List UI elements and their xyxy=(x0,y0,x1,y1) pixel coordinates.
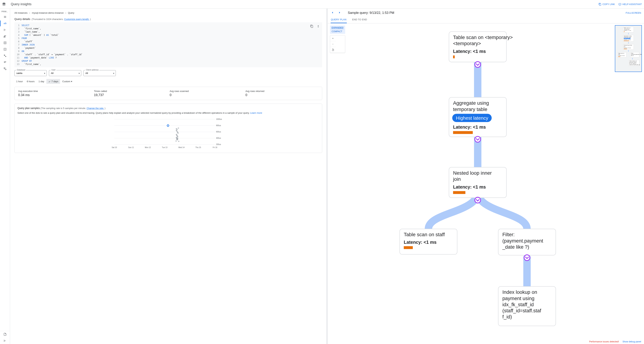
svg-point-28 xyxy=(178,133,179,134)
copy-sql-icon[interactable] xyxy=(309,23,315,29)
chevron-right-icon: › xyxy=(29,12,30,14)
customize-query-length-link[interactable]: Customize query length. xyxy=(64,18,89,21)
sidebar-item-databases[interactable] xyxy=(0,40,10,46)
svg-text:join: join xyxy=(453,176,460,182)
zoom-reset-button[interactable] xyxy=(330,47,336,53)
client-address-select[interactable]: Client address All ▾ xyxy=(84,70,116,76)
compact-toggle[interactable]: COMPACT xyxy=(331,30,344,33)
svg-text:Aggregate using: Aggregate using xyxy=(453,100,489,106)
help-assistant-label: HELP ASSISTANT xyxy=(622,3,642,6)
collapse-sql-icon[interactable] xyxy=(315,23,321,29)
svg-text:(payment.payment: (payment.payment xyxy=(502,238,543,244)
time-range-custom[interactable]: Custom ▾ xyxy=(60,79,74,84)
sidebar-item-settings[interactable] xyxy=(0,66,10,72)
change-rate-link[interactable]: Change the rate. xyxy=(87,107,104,110)
sidebar-item-backups[interactable] xyxy=(0,46,10,53)
breadcrumb: All instances › mysql-instance-demo-inst… xyxy=(14,12,322,14)
svg-rect-50 xyxy=(453,55,454,58)
sidebar-item-operations[interactable] xyxy=(0,59,10,66)
zoom-out-button[interactable]: － xyxy=(330,41,336,47)
svg-text:temporary table: temporary table xyxy=(453,107,487,112)
stats-box: Avg execution time0.34 ms Times called19… xyxy=(14,87,322,100)
svg-text:Latency: <1 ms: Latency: <1 ms xyxy=(404,240,436,245)
svg-text:f_id): f_id) xyxy=(502,314,512,319)
svg-rect-58 xyxy=(453,131,473,134)
sidebar: PRIM... xyxy=(0,9,10,344)
svg-text:Table scan on staff: Table scan on staff xyxy=(404,232,444,237)
learn-more-link[interactable]: Learn more xyxy=(250,112,262,114)
svg-point-33 xyxy=(177,136,178,138)
prev-sample-button[interactable] xyxy=(331,11,334,15)
time-range-1day[interactable]: 1 day xyxy=(37,79,46,84)
query-plan-canvas[interactable]: EXPANDED COMPACT ＋ － xyxy=(328,23,644,344)
database-select[interactable]: Database sakila ▾ xyxy=(14,70,47,76)
product-logo-icon[interactable] xyxy=(2,2,6,7)
plan-node-table-scan-temp[interactable]: Table scan on <temporary> xyxy=(453,35,512,40)
page-title: Query insights xyxy=(11,2,598,6)
stat-exec-value: 0.34 ms xyxy=(18,93,91,97)
svg-point-51 xyxy=(475,62,480,67)
svg-text:200us: 200us xyxy=(216,143,221,145)
svg-text:Latency: <1 ms: Latency: <1 ms xyxy=(453,49,486,54)
sample-query-title: Sample query: 9/13/22, 1:53 PM xyxy=(348,11,626,15)
show-debug-panel-link[interactable]: Show debug panel xyxy=(622,340,641,343)
sidebar-item-insights[interactable] xyxy=(0,20,10,27)
tab-end-to-end[interactable]: END TO END xyxy=(352,16,368,23)
zoom-in-button[interactable]: ＋ xyxy=(330,36,336,41)
svg-point-43 xyxy=(178,128,179,129)
time-range-6hours[interactable]: 6 hours xyxy=(25,79,36,84)
svg-rect-1 xyxy=(619,3,621,5)
right-pane: Sample query: 9/13/22, 1:53 PM FULLSCREE… xyxy=(328,9,644,344)
time-range-1hour[interactable]: 1 hour xyxy=(14,79,25,84)
next-sample-button[interactable] xyxy=(338,11,342,15)
svg-text:1000us: 1000us xyxy=(216,118,222,120)
copy-link-button[interactable]: COPY LINK xyxy=(598,3,615,6)
svg-point-44 xyxy=(178,141,180,142)
tab-query-plan[interactable]: QUERY PLAN xyxy=(331,16,347,23)
svg-point-46 xyxy=(167,125,169,127)
sidebar-item-release-notes[interactable] xyxy=(0,331,10,337)
truncated-note: (Truncated to 1024 characters. xyxy=(32,18,64,21)
svg-text:Thu 15: Thu 15 xyxy=(196,146,201,148)
svg-text:_date like ?): _date like ?) xyxy=(502,244,529,250)
samples-scatter-chart[interactable]: 200us400us600us800us1000usSat 10Sun 11Mo… xyxy=(18,118,319,150)
help-assistant-button[interactable]: HELP ASSISTANT xyxy=(618,3,642,6)
stat-scanned-label: Avg rows scanned xyxy=(170,90,242,93)
sidebar-item-overview[interactable] xyxy=(0,14,10,20)
sidebar-item-connections[interactable] xyxy=(0,27,10,33)
fullscreen-button[interactable]: FULLSCREEN xyxy=(626,12,641,14)
chevron-down-icon: ▾ xyxy=(71,80,72,83)
svg-text:800us: 800us xyxy=(216,125,221,127)
sidebar-item-users[interactable] xyxy=(0,33,10,40)
user-select[interactable]: User All ▾ xyxy=(49,70,81,76)
svg-text:payment using: payment using xyxy=(502,296,534,301)
svg-text:Tue 13: Tue 13 xyxy=(162,146,168,148)
svg-text:idx_fk_staff_id: idx_fk_staff_id xyxy=(502,302,534,307)
svg-text:Highest latency: Highest latency xyxy=(456,115,488,121)
svg-text:<temporary>: <temporary> xyxy=(453,41,481,46)
samples-title: Query plan samples xyxy=(18,107,40,110)
svg-text:Latency: <1 ms: Latency: <1 ms xyxy=(453,184,486,189)
svg-text:Sat 10: Sat 10 xyxy=(112,146,117,148)
svg-rect-64 xyxy=(453,191,465,194)
copy-link-label: COPY LINK xyxy=(602,3,615,6)
svg-text:Latency: <1 ms: Latency: <1 ms xyxy=(453,125,486,130)
expanded-toggle[interactable]: EXPANDED xyxy=(331,26,344,30)
stat-calls-label: Times called xyxy=(94,90,167,93)
breadcrumb-instance[interactable]: mysql-instance-demo-instance xyxy=(32,12,64,14)
debug-footer: Performance issues detected! Show debug … xyxy=(589,339,641,344)
svg-text:600us: 600us xyxy=(216,131,221,133)
svg-text:Sun 11: Sun 11 xyxy=(128,146,134,148)
svg-text:Fri 16: Fri 16 xyxy=(213,146,217,148)
time-range-7days[interactable]: 7 days xyxy=(46,79,60,84)
breadcrumb-all-instances[interactable]: All instances xyxy=(14,12,28,14)
query-plan-samples-box: Query plan samples (The sampling rate is… xyxy=(14,104,322,153)
sidebar-item-replicas[interactable] xyxy=(0,53,10,59)
sidebar-collapse-button[interactable] xyxy=(0,337,10,344)
topbar: Query insights COPY LINK HELP ASSISTANT xyxy=(0,0,644,9)
sidebar-section-label: PRIM... xyxy=(0,10,10,14)
plan-minimap[interactable]: Table scan on <temporary>Latency: <1 ms … xyxy=(615,25,642,72)
plan-graph[interactable]: Table scan on <temporary> <temporary> La… xyxy=(328,23,644,344)
stat-scanned-value: 0 xyxy=(170,93,242,97)
svg-point-74 xyxy=(524,255,530,260)
